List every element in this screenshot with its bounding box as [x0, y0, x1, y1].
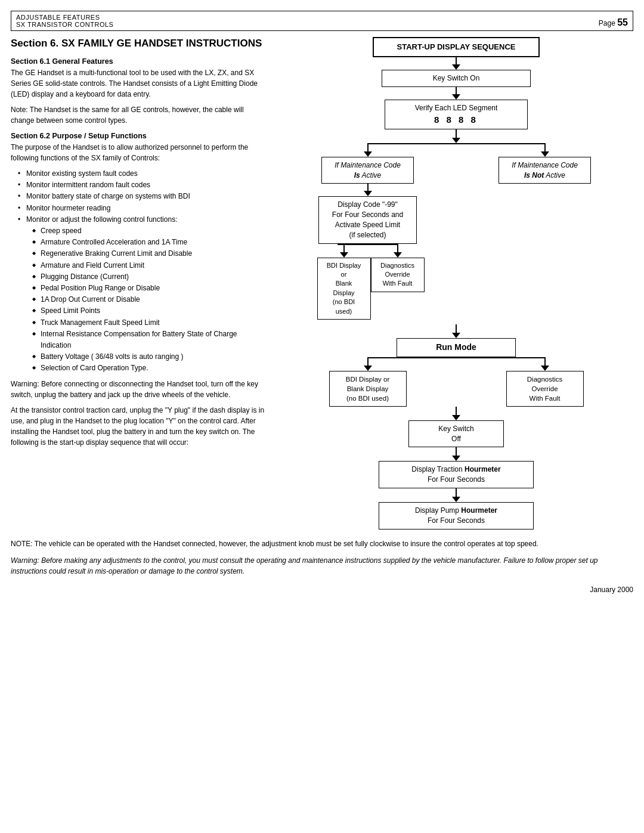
page-number: 55	[617, 17, 628, 27]
pump-hourmeter-box: Display Pump Hourmeter For Four Seconds	[379, 502, 534, 529]
flowchart-title: START-UP DISPLAY SEQUENCE	[397, 42, 516, 51]
list-item: Armature and Field Current Limit	[32, 260, 267, 271]
warning1: Warning: Before connecting or disconnect…	[11, 379, 267, 400]
list-item: Monitor hourmeter reading	[18, 203, 267, 214]
bdi-1-line3: (no BDI used)	[325, 298, 363, 316]
pump-line1: Display Pump	[415, 506, 461, 515]
connector-line	[367, 184, 369, 191]
arrow-down	[452, 94, 460, 100]
list-item: 1A Drop Out Current or Disable	[32, 294, 267, 305]
arrow-down	[452, 333, 460, 338]
header-right: Page 55	[599, 17, 628, 28]
left-column: Section 6. SX FAMILY GE HANDSET INSTRUCT…	[11, 37, 267, 529]
traction-line2: For Four Seconds	[386, 475, 526, 485]
list-item: Speed Limit Points	[32, 305, 267, 317]
display-code-line2: For Four Seconds and	[326, 210, 409, 220]
split-below-run-mode: BDI Display or Blank Display (no BDI use…	[279, 357, 633, 407]
arrow-down	[340, 252, 348, 258]
sub1-title: Section 6.1 General Features	[11, 57, 267, 66]
connector-line	[397, 244, 398, 252]
branch-left-line1: If Maintenance Code	[329, 160, 406, 171]
verify-led-label: Verify Each LED Segment	[392, 103, 520, 113]
traction-line1: Display Traction	[411, 465, 465, 473]
maintenance-active-box: If Maintenance Code Is Active	[321, 157, 414, 184]
connector-line	[456, 87, 457, 94]
key-switch-on-box: Key Switch On	[382, 70, 531, 87]
traction-hourmeter-box: Display Traction Hourmeter For Four Seco…	[379, 461, 534, 488]
header-left: Adjustable Features SX Transistor Contro…	[16, 14, 113, 28]
connector-line	[367, 143, 369, 151]
list-item: Monitor battery state of charge on syste…	[18, 191, 267, 202]
list-item: Armature Controlled Acceleration and 1A …	[32, 237, 267, 248]
connector-line	[544, 143, 546, 151]
arrow-down	[452, 415, 460, 420]
list-item: Internal Resistance Compensation for Bat…	[32, 329, 267, 351]
list-item: Plugging Distance (Current)	[32, 271, 267, 283]
display-code-line1: Display Code "-99"	[326, 200, 409, 210]
para2: At the transistor control traction card,…	[11, 405, 267, 448]
split-branches: If Maintenance Code Is Active Display Co…	[279, 143, 633, 320]
branch-right-line2: Is Not Active	[506, 171, 583, 181]
traction-bold: Hourmeter	[465, 465, 501, 473]
diag-2-line2: With Fault	[514, 394, 576, 403]
connector-line	[456, 447, 457, 456]
diag-right-branch-1: Diagnostics Override With Fault	[371, 244, 425, 292]
connector-line	[456, 129, 457, 138]
bdi-2-line1: BDI Display or	[337, 374, 399, 384]
run-mode-label: Run Mode	[436, 342, 476, 352]
right-column: START-UP DISPLAY SEQUENCE Key Switch On …	[279, 37, 633, 529]
sub1-para: The GE Handset is a multi-functional too…	[11, 67, 267, 100]
diag-override-1-box: Diagnostics Override With Fault	[371, 258, 425, 292]
display-code-line4: (if selected)	[326, 230, 409, 240]
sub2-para: The purpose of the Handset is to allow a…	[11, 142, 267, 163]
bdi-1-line1: BDI Display or	[325, 261, 363, 280]
sub1-note: Note: The Handset is the same for all GE…	[11, 104, 267, 126]
page-label: Page	[599, 19, 615, 27]
inner-split-1: BDI Display or Blank Display (no BDI use…	[317, 244, 419, 320]
key-switch-off-box: Key Switch Off	[408, 420, 504, 448]
connector-line	[456, 324, 457, 333]
bdi-left2-branch: BDI Display or Blank Display (no BDI use…	[279, 357, 456, 407]
branch-left-line2: Is Active	[329, 171, 406, 181]
key-switch-off-line1: Key Switch	[416, 424, 496, 434]
connector-line	[456, 488, 457, 497]
diag-2-line1: Diagnostics Override	[514, 374, 576, 394]
connector-line	[456, 57, 457, 64]
arrow-down	[364, 191, 372, 196]
diag-1-line2: With Fault	[379, 279, 417, 288]
header-line1: Adjustable Features	[16, 14, 113, 21]
arrow-down	[541, 151, 549, 157]
connector-line	[544, 357, 546, 366]
main-bullet-list: Monitor existing system fault codes Moni…	[11, 168, 267, 374]
arrow-down	[364, 366, 372, 371]
list-item: Monitor or adjust the following control …	[18, 214, 267, 374]
diag-right-branch-2: Diagnostics Override With Fault	[456, 357, 633, 407]
bdi-1-line2: Blank Display	[325, 279, 363, 298]
arrow-down	[541, 366, 549, 371]
display-code-line3: Activate Speed Limit	[326, 220, 409, 230]
arrow-down	[394, 252, 402, 258]
list-item: Creep speed	[32, 225, 267, 237]
connector-line	[456, 407, 457, 415]
h-connector	[368, 143, 545, 144]
page-header: Adjustable Features SX Transistor Contro…	[11, 11, 633, 31]
connector-line	[367, 357, 369, 366]
verify-led-box: Verify Each LED Segment 8 8 8 8	[385, 100, 528, 129]
branch-right-line1: If Maintenance Code	[506, 160, 583, 171]
h-connector	[338, 244, 398, 245]
bottom-note: NOTE: The vehicle can be operated with t…	[11, 538, 633, 549]
list-item: Battery Voltage ( 36/48 volts is auto ra…	[32, 351, 267, 363]
bottom-warning: Warning: Before making any adjustments t…	[11, 555, 633, 577]
flowchart-title-box: START-UP DISPLAY SEQUENCE	[373, 37, 540, 57]
h-connector	[368, 357, 545, 358]
list-item: Selection of Card Operation Type.	[32, 363, 267, 374]
maintenance-not-active-box: If Maintenance Code Is Not Active	[499, 157, 591, 184]
key-switch-on-label: Key Switch On	[433, 74, 480, 82]
arrow-down	[452, 497, 460, 502]
arrow-down	[364, 151, 372, 157]
display-code-box: Display Code "-99" For Four Seconds and …	[318, 196, 417, 243]
run-mode-section: Run Mode BDI Display or Blank Display	[279, 324, 633, 529]
sub2-title: Section 6.2 Purpose / Setup Functions	[11, 132, 267, 140]
section-title: Section 6. SX FAMILY GE HANDSET INSTRUCT…	[11, 37, 267, 50]
run-mode-box: Run Mode	[397, 338, 516, 357]
